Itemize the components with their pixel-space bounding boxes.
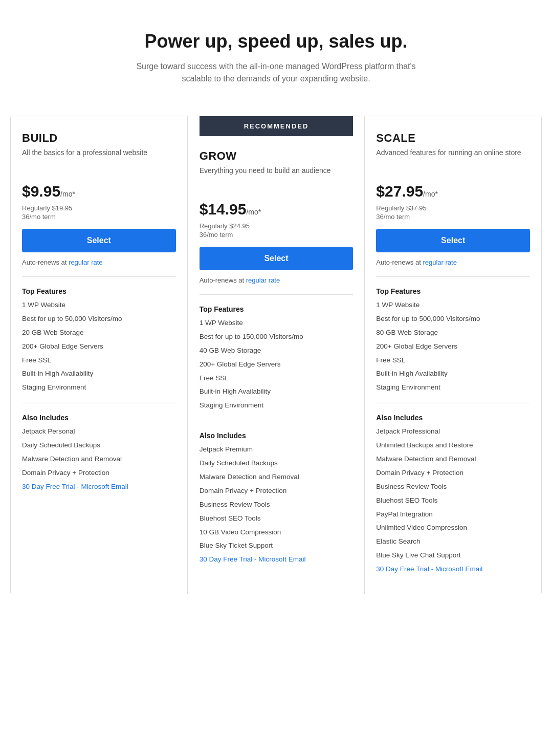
plan-grow-regular-rate-link[interactable]: regular rate [246, 276, 280, 284]
divider-build-2 [22, 403, 176, 403]
page-wrapper: Power up, speed up, sales up. Surge towa… [10, 20, 542, 594]
plan-scale-price-block: $27.95/mo* [376, 183, 530, 200]
plan-grow-feature-0: 1 WP Website [200, 318, 354, 328]
plan-scale-include-10: 30 Day Free Trial - Microsoft Email [376, 565, 530, 574]
plan-scale-desc: Advanced features for running an online … [376, 148, 530, 172]
plan-build-include-0: Jetpack Personal [22, 427, 176, 437]
plan-scale-email-link[interactable]: 30 Day Free Trial - Microsoft Email [376, 565, 482, 573]
plan-build-email-link[interactable]: 30 Day Free Trial - Microsoft Email [22, 483, 128, 490]
plan-scale-regular-rate-link[interactable]: regular rate [423, 258, 456, 266]
plan-scale-name: SCALE [376, 132, 530, 145]
plan-build-price: $9.95/mo* [22, 183, 75, 200]
plan-grow-term: 36/mo term [200, 231, 354, 239]
divider-build-1 [22, 276, 176, 277]
plan-build: BUILD All the basics for a professional … [11, 116, 188, 594]
plan-grow-include-2: Malware Detection and Removal [200, 472, 354, 482]
plan-scale-include-7: Unlimited Video Compression [376, 523, 530, 533]
plan-build-term: 36/mo term [22, 213, 176, 221]
plan-scale-regular-price: Regularly $37.95 [376, 204, 530, 212]
plan-grow-include-0: Jetpack Premium [200, 445, 354, 455]
plan-scale-feature-5: Built-in High Availability [376, 369, 530, 379]
plan-scale-feature-4: Free SSL [376, 356, 530, 365]
plan-scale-also-includes-heading: Also Includes [376, 414, 530, 422]
plan-build-name: BUILD [22, 132, 176, 145]
plan-scale-include-8: Elastic Search [376, 537, 530, 547]
plan-build-feature-1: Best for up to 50,000 Visitors/mo [22, 314, 176, 324]
plan-grow-email-link[interactable]: 30 Day Free Trial - Microsoft Email [200, 555, 306, 563]
plan-grow-include-1: Daily Scheduled Backups [200, 459, 354, 468]
divider-scale-1 [376, 276, 530, 277]
plan-grow-feature-6: Staging Environment [200, 401, 354, 411]
plan-build-also-includes-heading: Also Includes [22, 414, 176, 422]
plan-scale-include-9: Blue Sky Live Chat Support [376, 551, 530, 560]
plan-grow-select-button[interactable]: Select [200, 247, 354, 270]
plan-build-feature-6: Staging Environment [22, 383, 176, 393]
plan-grow-include-8: 30 Day Free Trial - Microsoft Email [200, 555, 354, 565]
plan-build-price-block: $9.95/mo* [22, 183, 176, 200]
plan-scale-feature-2: 80 GB Web Storage [376, 328, 530, 338]
plan-grow-include-5: Bluehost SEO Tools [200, 514, 354, 524]
plan-scale: SCALE Advanced features for running an o… [365, 116, 541, 594]
recommended-badge: RECOMMENDED [200, 116, 354, 136]
plan-build-include-3: Domain Privacy + Protection [22, 468, 176, 478]
plan-grow-feature-1: Best for up to 150,000 Visitors/mo [200, 332, 354, 342]
plan-build-regular-price: Regularly $19.95 [22, 204, 176, 212]
divider-grow-2 [200, 421, 354, 421]
plan-build-feature-0: 1 WP Website [22, 300, 176, 310]
plan-scale-auto-renews: Auto-renews at regular rate [376, 258, 530, 266]
plan-grow-feature-4: Free SSL [200, 374, 354, 383]
plan-grow-name: GROW [200, 149, 354, 163]
plan-scale-term: 36/mo term [376, 213, 530, 221]
plan-build-auto-renews: Auto-renews at regular rate [22, 258, 176, 266]
plan-build-feature-4: Free SSL [22, 356, 176, 365]
plan-grow-include-4: Business Review Tools [200, 500, 354, 510]
plan-scale-select-button[interactable]: Select [376, 229, 530, 252]
plan-grow-feature-3: 200+ Global Edge Servers [200, 360, 354, 370]
plan-grow-feature-2: 40 GB Web Storage [200, 346, 354, 356]
plan-scale-feature-3: 200+ Global Edge Servers [376, 342, 530, 352]
plan-grow-feature-5: Built-in High Availability [200, 387, 354, 397]
page-header: Power up, speed up, sales up. Surge towa… [10, 20, 542, 95]
plan-scale-include-6: PayPal Integration [376, 510, 530, 520]
plan-scale-include-0: Jetpack Professional [376, 427, 530, 437]
page-title: Power up, speed up, sales up. [20, 31, 532, 52]
plan-grow: RECOMMENDED GROW Everything you need to … [188, 116, 365, 594]
divider-scale-2 [376, 403, 530, 403]
plan-grow-price-block: $14.95/mo* [200, 201, 354, 218]
plan-scale-feature-6: Staging Environment [376, 383, 530, 393]
plan-grow-include-7: Blue Sky Ticket Support [200, 541, 354, 551]
plan-scale-price: $27.95/mo* [376, 183, 438, 200]
plan-grow-price: $14.95/mo* [200, 201, 261, 218]
plan-grow-also-includes-heading: Also Includes [200, 431, 354, 440]
plan-scale-include-1: Unlimited Backups and Restore [376, 441, 530, 450]
plan-scale-include-4: Business Review Tools [376, 482, 530, 492]
plan-build-feature-5: Built-in High Availability [22, 369, 176, 379]
plan-build-feature-2: 20 GB Web Storage [22, 328, 176, 338]
plan-build-include-4: 30 Day Free Trial - Microsoft Email [22, 482, 176, 492]
plan-build-include-2: Malware Detection and Removal [22, 455, 176, 464]
plan-scale-feature-1: Best for up to 500,000 Visitors/mo [376, 314, 530, 324]
plan-build-top-features-heading: Top Features [22, 287, 176, 295]
plans-container: BUILD All the basics for a professional … [10, 116, 542, 594]
plan-grow-include-6: 10 GB Video Compression [200, 528, 354, 537]
plan-build-desc: All the basics for a professional websit… [22, 148, 176, 172]
plan-grow-auto-renews: Auto-renews at regular rate [200, 276, 354, 284]
plan-grow-top-features-heading: Top Features [200, 305, 354, 313]
plan-scale-top-features-heading: Top Features [376, 287, 530, 295]
plan-build-feature-3: 200+ Global Edge Servers [22, 342, 176, 352]
plan-scale-include-3: Domain Privacy + Protection [376, 468, 530, 478]
plan-build-regular-rate-link[interactable]: regular rate [69, 258, 102, 266]
plan-build-select-button[interactable]: Select [22, 229, 176, 252]
page-subtitle: Surge toward success with the all-in-one… [128, 60, 425, 85]
divider-grow-1 [200, 294, 354, 295]
plan-scale-feature-0: 1 WP Website [376, 300, 530, 310]
plan-grow-include-3: Domain Privacy + Protection [200, 486, 354, 496]
plan-grow-regular-price: Regularly $24.95 [200, 222, 354, 230]
plan-grow-desc: Everything you need to build an audience [200, 166, 354, 190]
plan-scale-include-2: Malware Detection and Removal [376, 455, 530, 464]
plan-build-include-1: Daily Scheduled Backups [22, 441, 176, 450]
plan-scale-include-5: Bluehost SEO Tools [376, 496, 530, 506]
